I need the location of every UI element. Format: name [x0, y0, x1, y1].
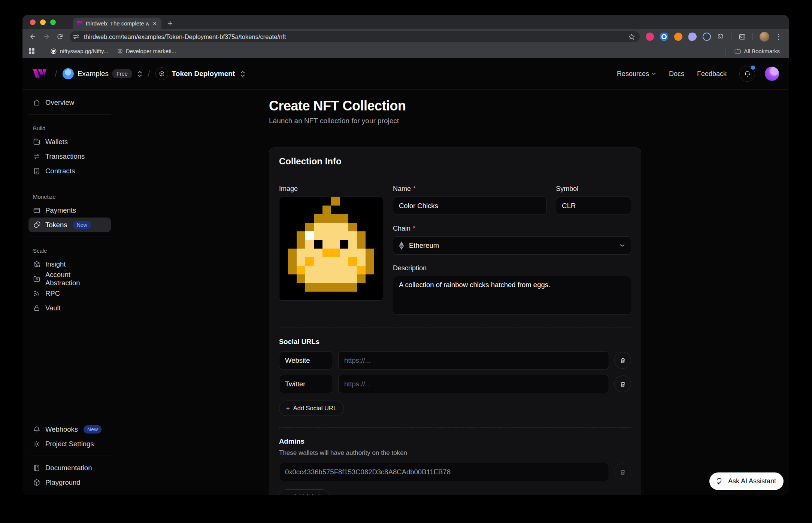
extension-icon-pink[interactable] — [646, 33, 654, 41]
home-icon — [33, 99, 40, 106]
delete-social-url-button[interactable] — [614, 352, 631, 369]
nav-docs[interactable]: Docs — [669, 70, 684, 78]
sidebar-item-rpc[interactable]: RPC — [28, 286, 111, 301]
maximize-window-button[interactable] — [50, 19, 56, 25]
card-title: Collection Info — [269, 148, 641, 175]
browser-profile-avatar[interactable] — [760, 32, 769, 42]
description-textarea[interactable]: A collection of rainbow chicks hatched f… — [393, 276, 631, 315]
extensions-puzzle-icon[interactable] — [715, 31, 727, 43]
token-coin-icon — [33, 221, 40, 229]
social-url-input[interactable] — [338, 351, 609, 370]
symbol-label: Symbol — [556, 185, 578, 193]
chat-bubble-icon — [717, 478, 724, 485]
trash-icon — [619, 381, 626, 387]
thirdweb-logo[interactable] — [32, 69, 49, 79]
add-admin-button[interactable]: + Add Admin — [279, 489, 330, 495]
forward-icon[interactable] — [40, 31, 52, 43]
plus-icon: + — [286, 493, 290, 495]
credit-card-icon — [33, 207, 40, 214]
delete-admin-button[interactable] — [614, 463, 631, 480]
social-platform-input[interactable] — [279, 351, 333, 370]
social-platform-input[interactable] — [279, 375, 333, 393]
extension-icon-clock[interactable] — [703, 33, 711, 41]
social-urls-label: Social URLs — [279, 338, 631, 346]
plus-icon: + — [286, 405, 290, 412]
plan-badge: Free — [112, 69, 132, 78]
sidebar-item-insight[interactable]: Insight — [28, 257, 111, 271]
social-row-twitter — [279, 375, 631, 393]
nav-resources[interactable]: Resources — [617, 70, 656, 78]
sidebar-item-contracts[interactable]: Contracts — [28, 164, 111, 178]
team-selector[interactable]: Examples Free — [63, 68, 142, 79]
globe-icon — [117, 48, 123, 54]
add-social-url-button[interactable]: + Add Social URL — [279, 401, 344, 416]
webhooks-new-badge: New — [84, 425, 102, 434]
project-switcher-icon[interactable] — [240, 71, 245, 77]
sidebar-item-documentation[interactable]: Documentation — [28, 460, 111, 475]
minimize-window-button[interactable] — [40, 19, 46, 25]
chain-value: Ethereum — [409, 241, 439, 250]
sidebar-item-vault[interactable]: Vault — [28, 301, 111, 315]
admin-row — [279, 463, 631, 481]
extension-icon-blue-ring[interactable] — [660, 33, 668, 41]
symbol-input[interactable] — [556, 197, 631, 215]
notifications-button[interactable] — [739, 66, 755, 82]
new-tab-button[interactable]: + — [167, 19, 173, 28]
description-label: Description — [393, 264, 427, 272]
project-selector[interactable]: Token Deployment — [155, 67, 246, 80]
chain-select[interactable]: Ethereum — [393, 236, 631, 255]
sidebar-section-build: Build — [33, 125, 111, 131]
extension-icon-phantom[interactable] — [688, 33, 697, 41]
thirdweb-favicon — [77, 21, 83, 26]
gear-icon — [33, 440, 40, 448]
ask-ai-assistant-button[interactable]: Ask AI Assistant — [709, 472, 784, 490]
browser-menu-icon[interactable]: ⋮ — [773, 33, 784, 41]
collection-info-card: Collection Info Image — [269, 148, 641, 495]
window-controls — [22, 15, 63, 29]
close-window-button[interactable] — [30, 19, 36, 25]
sidebar-item-payments[interactable]: Payments — [28, 203, 111, 218]
browser-tab[interactable]: thirdweb: The complete web3 ✕ — [73, 18, 161, 29]
delete-social-url-button[interactable] — [614, 375, 631, 392]
all-bookmarks-button[interactable]: All Bookmarks — [731, 48, 783, 54]
image-label: Image — [279, 185, 383, 193]
sidebar-item-playground[interactable]: Playground — [28, 475, 111, 490]
rss-icon — [33, 290, 40, 297]
bookmark-niftyswap[interactable]: niftyswap.gg/Nifty... — [47, 48, 111, 55]
sidebar-item-tokens[interactable]: Tokens New — [28, 218, 111, 232]
bookmark-developer-marketing[interactable]: Developer marketi... — [114, 48, 179, 54]
main-content: Create NFT Collection Launch an NFT coll… — [117, 90, 789, 495]
back-icon[interactable] — [27, 31, 39, 43]
side-panel-icon[interactable] — [736, 31, 748, 43]
reload-icon[interactable] — [54, 31, 66, 43]
extension-icon-metamask[interactable] — [674, 33, 682, 41]
url-bar[interactable]: thirdweb.com/team/examples/Token-Deploym… — [70, 31, 640, 42]
sidebar-item-project-settings[interactable]: Project Settings — [28, 437, 111, 451]
collection-image-preview — [279, 197, 383, 300]
user-avatar[interactable] — [765, 67, 779, 81]
github-icon — [50, 48, 57, 55]
collection-image-upload[interactable] — [279, 197, 383, 301]
insight-box-icon — [33, 261, 40, 268]
name-input[interactable] — [393, 197, 547, 215]
browser-toolbar: thirdweb.com/team/examples/Token-Deploym… — [22, 29, 789, 44]
sidebar-item-account-abstraction[interactable]: Account Abstraction — [28, 271, 111, 286]
sidebar-item-webhooks[interactable]: Webhooks New — [28, 422, 111, 437]
sidebar-item-transactions[interactable]: Transactions — [28, 149, 111, 164]
screen: thirdweb: The complete web3 ✕ + — [0, 0, 812, 523]
nav-feedback[interactable]: Feedback — [697, 70, 727, 78]
site-settings-icon[interactable] — [71, 32, 81, 42]
admins-label: Admins — [279, 437, 631, 446]
swap-arrows-icon — [33, 153, 40, 160]
wallet-icon — [33, 138, 40, 146]
sidebar-item-wallets[interactable]: Wallets — [28, 134, 111, 149]
team-switcher-icon[interactable] — [137, 71, 142, 77]
tab-close-icon[interactable]: ✕ — [152, 21, 158, 27]
social-url-input[interactable] — [338, 375, 609, 393]
url-text[interactable]: thirdweb.com/team/examples/Token-Deploym… — [81, 33, 626, 40]
sidebar-item-overview[interactable]: Overview — [28, 95, 111, 110]
apps-grid-icon[interactable] — [28, 48, 35, 54]
bookmark-star-icon[interactable] — [626, 33, 637, 40]
webhook-bell-icon — [33, 426, 40, 433]
admin-address-input[interactable] — [279, 463, 609, 481]
